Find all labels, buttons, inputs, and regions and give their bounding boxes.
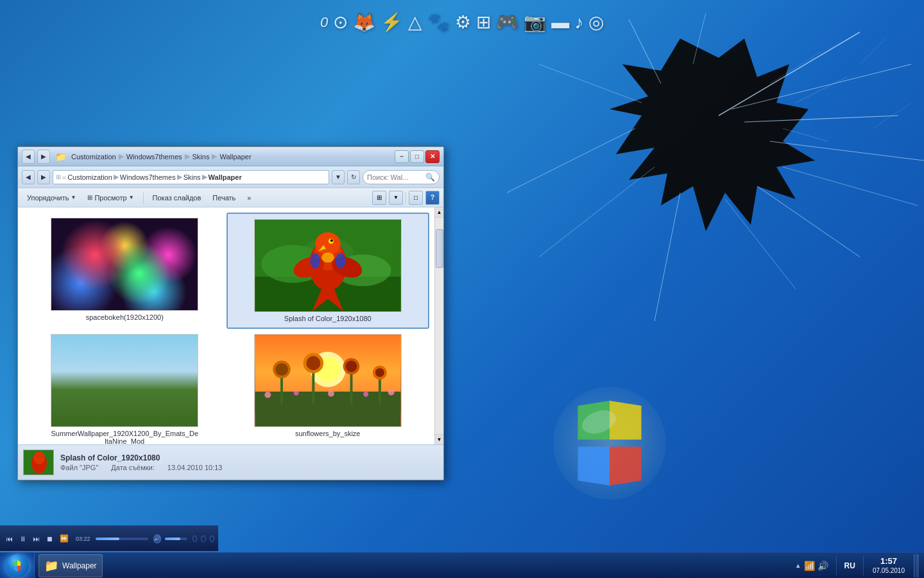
search-icon[interactable]: 🔍 [425,173,435,182]
dock-icon-disc[interactable]: ◎ [588,12,604,33]
dock-icon-camera[interactable]: 📷 [524,12,546,33]
search-box[interactable]: Поиск: Wal... 🔍 [363,170,440,184]
file-name-parrot: Splash of Color_1920x1080 [284,315,372,322]
breadcrumb-4[interactable]: Wallpaper [219,153,251,161]
svg-line-14 [796,77,847,103]
media-ff-btn[interactable]: ⏩ [58,533,71,544]
back-nav-btn[interactable]: ◀ [22,170,35,184]
indicator-2 [201,536,206,542]
file-item-sunflowers[interactable]: sunflowers_by_skize [227,329,430,444]
addr-part1[interactable]: Customization [67,173,112,181]
file-item-summer[interactable]: SummerWallpaper_1920X1200_By_Emats_Delta… [23,329,227,444]
progress-fill [96,538,119,540]
svg-point-52 [264,392,271,398]
file-item-bokeh[interactable]: spacebokeh(1920x1200) [23,213,227,329]
show-desktop-btn[interactable] [914,554,919,577]
vol-icon[interactable]: 🔊 [153,534,161,543]
address-bar: ◀ ▶ ⊞ « Customization ▶ Windows7themes ▶… [18,166,443,188]
explorer-window[interactable]: ◀ ▶ 📁 Customization ▶ Windows7themes ▶ S… [17,146,444,480]
clock-date: 07.05.2010 [873,566,905,575]
svg-point-28 [315,232,340,256]
refresh-btn[interactable]: ↻ [347,170,360,184]
addr-sep3: ▶ [202,173,207,181]
scroll-up-btn[interactable]: ▲ [435,207,443,218]
svg-point-30 [330,240,333,242]
file-name-sunflowers: sunflowers_by_skize [295,430,361,437]
tray-volume-icon[interactable]: 🔊 [817,561,828,571]
dock-icon-triangle[interactable]: △ [408,12,422,33]
svg-line-13 [693,13,706,64]
tray-expand-icon[interactable]: ▲ [795,562,801,569]
toolbar-right: ⊞ ▼ □ ? [372,191,440,205]
system-tray: ▲ 📶 🔊 [792,561,831,571]
start-orb[interactable] [6,554,29,577]
vol-bar[interactable] [165,538,187,540]
view-icon: ⊞ [87,194,92,201]
scroll-down-btn[interactable]: ▼ [435,434,443,444]
file-thumb-bokeh [51,218,198,311]
close-btn[interactable]: ✕ [425,150,440,163]
scrollbar[interactable]: ▲ ▼ [434,207,443,444]
addr-part4[interactable]: Wallpaper [209,173,242,181]
file-thumb-sunflowers [254,334,402,427]
view-mode-btn[interactable]: ⊞ [372,191,386,205]
addr-part3[interactable]: Skins [184,173,201,181]
track-time: 03:22 [76,536,90,542]
svg-point-42 [275,363,288,376]
dropdown-btn[interactable]: ▼ [332,170,345,184]
organize-btn[interactable]: Упорядочить ▼ [22,190,81,206]
media-next-btn[interactable]: ⏭ [31,534,42,544]
dock-icon-steam[interactable]: ⚙ [455,12,471,33]
file-item-parrot[interactable]: Splash of Color_1920x1080 [227,213,430,329]
maximize-btn[interactable]: □ [410,150,424,163]
taskbar-right: ▲ 📶 🔊 RU 1:57 07.05.2010 [792,554,924,577]
breadcrumb-2[interactable]: Windows7themes [126,153,182,161]
organize-arrow: ▼ [71,195,76,200]
clock[interactable]: 1:57 07.05.2010 [869,556,909,575]
help-btn[interactable]: ? [425,191,440,205]
dock-icon-chrome[interactable]: ⊙ [333,12,348,33]
dock-icon-paw[interactable]: 🐾 [427,12,450,33]
lang-indicator[interactable]: RU [842,561,858,570]
back-btn[interactable]: ◀ [22,150,35,164]
dock-icon-gamepad[interactable]: 🎮 [496,12,518,33]
dock-icon-0[interactable]: 0 [320,14,328,31]
media-stop-btn[interactable]: ⏹ [44,534,55,544]
more-btn[interactable]: » [242,190,256,206]
print-btn[interactable]: Печать [207,190,241,206]
file-list: spacebokeh(1920x1200) [18,207,434,444]
view-btn-toolbar[interactable]: ⊞ Просмотр ▼ [82,190,139,206]
media-prev-btn[interactable]: ⏮ [4,534,15,544]
indicator-3 [210,536,215,542]
dock-icon-bolt[interactable]: ⚡ [381,12,403,33]
dock-icon-bar[interactable]: ▬ [551,12,569,33]
addr-part2[interactable]: Windows7themes [120,173,176,181]
minimize-btn[interactable]: – [395,150,409,163]
svg-point-35 [321,252,334,263]
view-details-btn[interactable]: ▼ [389,191,403,205]
forward-btn[interactable]: ▶ [37,150,50,164]
forward-nav-btn[interactable]: ▶ [37,170,50,184]
taskbar-item-folder[interactable]: 📁 Wallpaper [38,554,103,577]
svg-point-55 [363,392,368,397]
scroll-thumb[interactable] [436,229,443,268]
media-play-btn[interactable]: ⏸ [17,534,28,544]
status-date-label: Дата съёмки: [111,464,154,471]
tray-network-icon[interactable]: 📶 [804,561,815,571]
slideshow-label: Показ слайдов [153,194,201,202]
start-button[interactable] [0,553,35,579]
slideshow-btn[interactable]: Показ слайдов [148,190,207,206]
breadcrumb-1[interactable]: Customization [71,153,116,161]
preview-btn[interactable]: □ [409,191,423,205]
status-thumb [23,450,54,475]
dock-icon-music[interactable]: ♪ [574,12,583,33]
dock-icon-grid[interactable]: ⊞ [476,12,491,33]
breadcrumb-bar[interactable]: ⊞ « Customization ▶ Windows7themes ▶ Ski… [53,170,329,184]
svg-rect-46 [350,369,352,404]
svg-line-6 [757,186,860,257]
breadcrumb-3[interactable]: Skins [193,153,210,161]
title-bar-controls: – □ ✕ [395,150,440,163]
view-arrow: ▼ [129,195,134,200]
progress-bar[interactable] [96,538,149,540]
dock-icon-firefox[interactable]: 🦊 [353,12,375,33]
